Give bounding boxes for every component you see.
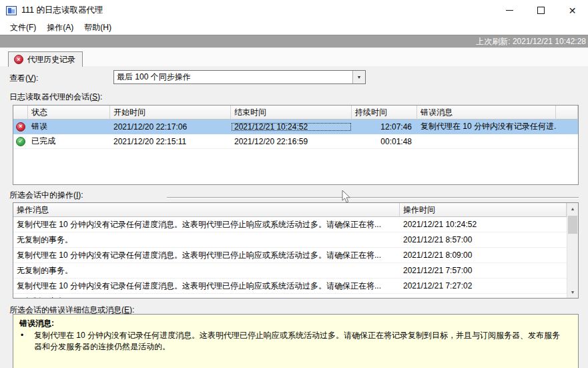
session-status: 错误 bbox=[28, 121, 110, 132]
operations-table: 操作消息操作时间 复制代理在 10 分钟内没有记录任何进度消息。这表明代理已停止… bbox=[13, 202, 579, 299]
table-row[interactable]: ✓已完成2021/12/20 22:15:112021/12/20 22:16:… bbox=[13, 134, 578, 149]
list-item[interactable]: 无复制的事务。2021/12/21 8:57:00 bbox=[13, 232, 578, 248]
vertical-scrollbar[interactable]: ▲ ▼ bbox=[567, 203, 578, 298]
close-button[interactable]: ✕ bbox=[557, 0, 588, 21]
action-message: 复制代理在 10 分钟内没有记录任何进度消息。这表明代理已停止响应或系统活动过多… bbox=[13, 250, 400, 261]
scroll-up-icon[interactable]: ▲ bbox=[567, 203, 578, 214]
sessions-table: 状态开始时间结束时间持续时间错误消息 ×错误2021/12/20 22:17:0… bbox=[13, 105, 579, 185]
column-header[interactable]: 结束时间 bbox=[231, 106, 352, 120]
session-end-time: 2021/12/20 22:16:59 bbox=[231, 137, 352, 146]
action-time: 2021/12/21 10:24:52 bbox=[400, 220, 567, 229]
refresh-status-bar: 上次刷新: 2021/12/21 10:42:28 bbox=[0, 35, 588, 47]
window-controls: ✕ bbox=[494, 0, 588, 21]
operations-header: 操作消息操作时间 bbox=[13, 203, 578, 217]
minimize-icon bbox=[506, 10, 513, 11]
last-refresh-text: 上次刷新: 2021/12/21 10:42:28 bbox=[476, 36, 586, 47]
menu-help[interactable]: 帮助(H) bbox=[79, 21, 117, 35]
success-icon: ✓ bbox=[16, 137, 25, 146]
error-message-heading: 错误消息: bbox=[19, 318, 571, 329]
session-duration: 12:07:46 bbox=[352, 122, 417, 132]
menu-action[interactable]: 操作(A) bbox=[41, 21, 79, 35]
table-row[interactable]: ×错误2021/12/20 22:17:062021/12/21 10:24:5… bbox=[13, 120, 578, 134]
scroll-down-icon[interactable]: ▼ bbox=[567, 287, 578, 298]
session-error-message: 复制代理在 10 分钟内没有记录任何进... bbox=[417, 121, 556, 132]
log-reader-agent-window: 111 的日志读取器代理 ✕ 文件(F) 操作(A) 帮助(H) 上次刷新: 2… bbox=[0, 0, 588, 368]
action-message: 无复制的事务。 bbox=[13, 265, 400, 277]
maximize-icon bbox=[537, 7, 545, 14]
list-item[interactable]: 无复制的事务。2021/12/21 7:57:00 bbox=[13, 263, 578, 279]
action-time: 2021/12/21 7:57:00 bbox=[400, 266, 567, 275]
window-title: 111 的日志读取器代理 bbox=[21, 5, 103, 16]
chevron-down-icon[interactable]: ▼ bbox=[352, 71, 365, 83]
action-time: 2021/12/21 8:09:00 bbox=[400, 250, 567, 260]
action-time: 2021/12/21 8:57:00 bbox=[400, 235, 567, 244]
session-start-time: 2021/12/20 22:17:06 bbox=[110, 122, 231, 132]
view-label: 查看(V): bbox=[9, 73, 38, 84]
column-header[interactable]: 持续时间 bbox=[352, 106, 417, 120]
menu-file[interactable]: 文件(F) bbox=[5, 21, 41, 35]
session-end-time: 2021/12/21 10:24:52 bbox=[231, 122, 352, 132]
view-combobox-value: 最后 100 个同步操作 bbox=[114, 71, 352, 83]
error-icon: × bbox=[16, 122, 25, 132]
session-status: 已完成 bbox=[28, 136, 110, 147]
minimize-button[interactable] bbox=[494, 0, 525, 21]
tab-strip bbox=[0, 47, 588, 67]
column-header[interactable]: 开始时间 bbox=[110, 106, 231, 120]
menu-bar: 文件(F) 操作(A) 帮助(H) bbox=[0, 21, 588, 35]
action-message: 无复制的事务。 bbox=[13, 296, 400, 299]
column-header[interactable]: 操作消息 bbox=[13, 203, 400, 217]
session-start-time: 2021/12/20 22:15:11 bbox=[110, 137, 231, 146]
app-icon bbox=[6, 6, 17, 15]
action-time: 2021/12/21 7:27:02 bbox=[400, 281, 567, 291]
pane-splitter[interactable] bbox=[167, 197, 579, 198]
column-header[interactable] bbox=[556, 106, 578, 120]
list-item[interactable]: 复制代理在 10 分钟内没有记录任何进度消息。这表明代理已停止响应或系统活动过多… bbox=[13, 279, 578, 294]
sessions-header: 状态开始时间结束时间持续时间错误消息 bbox=[13, 106, 578, 120]
maximize-button[interactable] bbox=[525, 0, 557, 21]
status-icon-cell: × bbox=[13, 122, 28, 132]
sessions-body: ×错误2021/12/20 22:17:062021/12/21 10:24:5… bbox=[13, 120, 578, 149]
operations-body: 复制代理在 10 分钟内没有记录任何进度消息。这表明代理已停止响应或系统活动过多… bbox=[13, 217, 578, 299]
close-icon: ✕ bbox=[569, 6, 577, 15]
error-message-text: 复制代理在 10 分钟内没有记录任何进度消息。这表明代理已停止响应或系统活动过多… bbox=[34, 330, 571, 353]
scrollbar-thumb[interactable] bbox=[568, 216, 577, 234]
status-icon-cell: ✓ bbox=[13, 137, 28, 146]
list-item[interactable]: 复制代理在 10 分钟内没有记录任何进度消息。这表明代理已停止响应或系统活动过多… bbox=[13, 217, 578, 232]
tab-agent-history[interactable]: × 代理历史记录 bbox=[8, 51, 83, 67]
column-header[interactable]: 状态 bbox=[28, 106, 110, 120]
action-message: 复制代理在 10 分钟内没有记录任何进度消息。这表明代理已停止响应或系统活动过多… bbox=[13, 219, 400, 230]
column-header[interactable]: 操作时间 bbox=[400, 203, 567, 217]
sessions-label: 日志读取器代理的会话(S): bbox=[9, 91, 102, 103]
column-header[interactable]: 错误消息 bbox=[417, 106, 556, 120]
error-details-box: 错误消息: • 复制代理在 10 分钟内没有记录任何进度消息。这表明代理已停止响… bbox=[13, 314, 579, 368]
operations-label: 所选会话中的操作(I): bbox=[9, 190, 83, 201]
action-time: 2021/12/21 7:15:00 bbox=[400, 297, 567, 299]
action-message: 无复制的事务。 bbox=[13, 234, 400, 246]
list-item[interactable]: 无复制的事务。2021/12/21 7:15:00 bbox=[13, 294, 578, 299]
bullet-icon: • bbox=[19, 330, 34, 353]
view-combobox[interactable]: 最后 100 个同步操作 ▼ bbox=[113, 70, 366, 84]
tab-label: 代理历史记录 bbox=[27, 54, 75, 65]
error-circle-icon: × bbox=[14, 55, 23, 64]
session-duration: 00:01:48 bbox=[352, 137, 417, 146]
column-header[interactable] bbox=[13, 106, 28, 120]
action-message: 复制代理在 10 分钟内没有记录任何进度消息。这表明代理已停止响应或系统活动过多… bbox=[13, 281, 400, 292]
list-item[interactable]: 复制代理在 10 分钟内没有记录任何进度消息。这表明代理已停止响应或系统活动过多… bbox=[13, 248, 578, 263]
